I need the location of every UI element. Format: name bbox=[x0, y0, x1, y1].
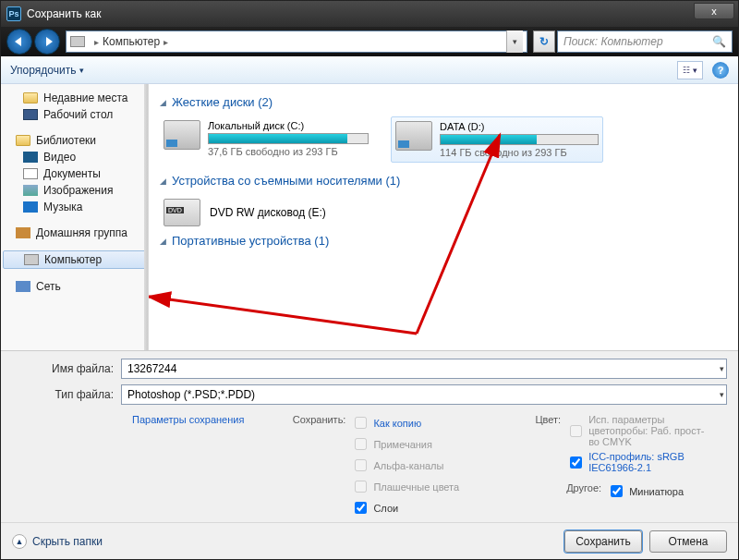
document-icon bbox=[23, 168, 38, 179]
capacity-bar bbox=[208, 133, 369, 144]
libraries-icon bbox=[16, 135, 30, 146]
sidebar-item-videos[interactable]: Видео bbox=[1, 149, 148, 165]
filename-input[interactable]: 13267244▾ bbox=[121, 359, 727, 379]
hide-folders-toggle[interactable]: Скрыть папки bbox=[12, 534, 103, 549]
drive-freespace: 114 ГБ свободно из 293 ГБ bbox=[440, 147, 599, 158]
section-hard-drives[interactable]: Жесткие диски (2) bbox=[160, 95, 727, 109]
dialog-body: Недавние места Рабочий стол Библиотеки В… bbox=[1, 84, 738, 350]
organize-menu[interactable]: Упорядочить bbox=[10, 64, 84, 77]
checkbox-thumbnail[interactable]: Миниатюра bbox=[607, 482, 684, 500]
checkbox-icc[interactable]: ICC-профиль: sRGB IEC61966-2.1 bbox=[566, 451, 705, 473]
checkbox-as-copy[interactable]: Как копию bbox=[351, 414, 459, 432]
drive-label: DVD RW дисковод (E:) bbox=[210, 206, 326, 219]
checkbox-notes: Примечания bbox=[351, 435, 459, 453]
drive-freespace: 37,6 ГБ свободно из 293 ГБ bbox=[208, 146, 369, 157]
checkbox-alpha: Альфа-каналы bbox=[351, 457, 459, 474]
address-dropdown[interactable]: ▾ bbox=[506, 30, 523, 53]
hdd-icon bbox=[164, 120, 200, 150]
color-section-label: Цвет: bbox=[496, 414, 561, 517]
sidebar-item-music[interactable]: Музыка bbox=[1, 199, 148, 215]
homegroup-icon bbox=[16, 227, 30, 238]
drive-dvd[interactable]: DVD RW дисковод (E:) bbox=[160, 195, 727, 230]
save-as-dialog: Ps Сохранить как x ▸ Компьютер ▸ ▾ ↻ Пои… bbox=[0, 0, 739, 560]
section-portable[interactable]: Портативные устройства (1) bbox=[160, 234, 727, 248]
sidebar-splitter[interactable] bbox=[144, 84, 148, 350]
breadcrumb[interactable]: Компьютер bbox=[103, 35, 160, 48]
address-bar[interactable]: ▸ Компьютер ▸ ▾ bbox=[66, 30, 527, 53]
sidebar-item-documents[interactable]: Документы bbox=[1, 165, 148, 182]
chevron-right-icon: ▸ bbox=[164, 37, 168, 47]
sidebar-item-pictures[interactable]: Изображения bbox=[1, 182, 148, 199]
other-section-label: Другое: bbox=[566, 482, 601, 500]
drive-c[interactable]: Локальный диск (C:) 37,6 ГБ свободно из … bbox=[160, 116, 372, 163]
sidebar-item-desktop[interactable]: Рабочий стол bbox=[1, 106, 148, 123]
checkbox-layers[interactable]: Слои bbox=[351, 499, 459, 517]
cancel-button[interactable]: Отмена bbox=[649, 530, 727, 553]
hdd-icon bbox=[395, 121, 432, 151]
desktop-icon bbox=[23, 109, 38, 120]
pictures-icon bbox=[23, 185, 38, 196]
sidebar-item-recent[interactable]: Недавние места bbox=[1, 90, 148, 106]
content-pane: Жесткие диски (2) Локальный диск (C:) 37… bbox=[149, 84, 738, 350]
drive-label: Локальный диск (C:) bbox=[208, 120, 369, 131]
back-button[interactable] bbox=[6, 29, 32, 55]
sidebar-item-homegroup[interactable]: Домашняя группа bbox=[1, 225, 148, 241]
save-button[interactable]: Сохранить bbox=[564, 530, 642, 553]
sidebar-item-libraries[interactable]: Библиотеки bbox=[1, 132, 148, 149]
window-title: Сохранить как bbox=[27, 7, 101, 20]
svg-line-0 bbox=[149, 297, 417, 334]
navigation-sidebar: Недавние места Рабочий стол Библиотеки В… bbox=[1, 84, 149, 350]
search-placeholder: Поиск: Компьютер bbox=[563, 35, 663, 48]
save-options-panel: Имя файла: 13267244▾ Тип файла: Photosho… bbox=[1, 350, 738, 522]
close-button[interactable]: x bbox=[694, 3, 734, 19]
drive-d[interactable]: DATA (D:) 114 ГБ свободно из 293 ГБ bbox=[391, 116, 603, 163]
dvd-icon bbox=[164, 199, 200, 226]
checkbox-proof: Исп. параметры цветопробы: Раб. прост-во… bbox=[566, 414, 705, 447]
filetype-label: Тип файла: bbox=[12, 388, 114, 401]
video-icon bbox=[23, 152, 38, 163]
recent-icon bbox=[23, 92, 38, 103]
filename-label: Имя файла: bbox=[12, 362, 114, 375]
computer-icon bbox=[70, 36, 85, 47]
computer-icon bbox=[24, 254, 39, 265]
capacity-bar bbox=[440, 134, 599, 145]
search-icon: 🔍 bbox=[712, 35, 726, 48]
help-button[interactable]: ? bbox=[712, 62, 729, 79]
forward-button[interactable] bbox=[34, 29, 60, 55]
checkbox-spot: Плашечные цвета bbox=[351, 478, 459, 495]
chevron-right-icon: ▸ bbox=[94, 37, 99, 47]
dialog-footer: Скрыть папки Сохранить Отмена bbox=[1, 522, 738, 559]
save-parameters-link[interactable]: Параметры сохранения bbox=[132, 414, 244, 517]
photoshop-icon: Ps bbox=[6, 6, 21, 21]
sidebar-item-computer[interactable]: Компьютер bbox=[3, 250, 146, 269]
section-removable[interactable]: Устройства со съемными носителями (1) bbox=[160, 174, 727, 188]
view-mode-button[interactable]: ☷ ▾ bbox=[677, 61, 703, 79]
search-input[interactable]: Поиск: Компьютер 🔍 bbox=[557, 30, 733, 53]
music-icon bbox=[23, 201, 38, 213]
dropdown-icon[interactable]: ▾ bbox=[720, 364, 724, 373]
refresh-button[interactable]: ↻ bbox=[533, 30, 555, 53]
save-section-label: Сохранить: bbox=[281, 414, 345, 517]
nav-bar: ▸ Компьютер ▸ ▾ ↻ Поиск: Компьютер 🔍 bbox=[1, 27, 738, 56]
network-icon bbox=[16, 281, 30, 292]
titlebar[interactable]: Ps Сохранить как x bbox=[1, 1, 738, 27]
sidebar-item-network[interactable]: Сеть bbox=[1, 278, 148, 295]
toolbar: Упорядочить ☷ ▾ ? bbox=[1, 56, 738, 84]
filetype-select[interactable]: Photoshop (*.PSD;*.PDD)▾ bbox=[121, 384, 727, 405]
drive-label: DATA (D:) bbox=[440, 121, 599, 132]
dropdown-icon[interactable]: ▾ bbox=[720, 390, 724, 399]
